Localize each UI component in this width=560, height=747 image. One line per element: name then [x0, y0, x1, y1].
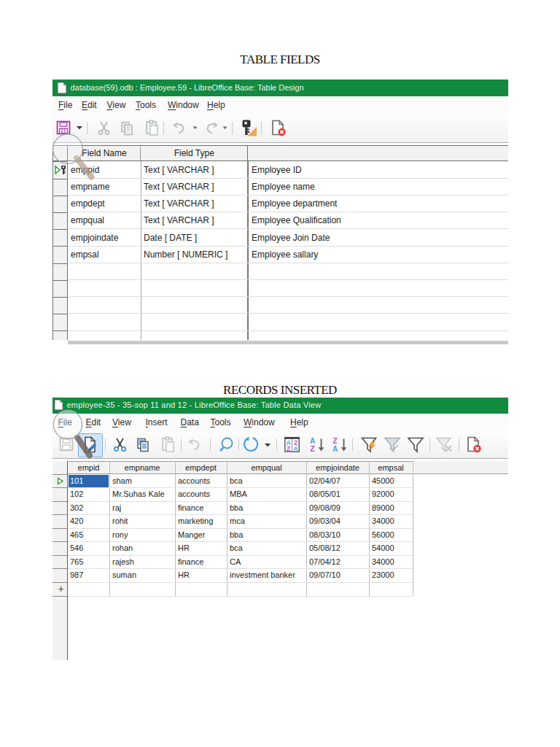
- svg-text:Z: Z: [332, 437, 337, 445]
- svg-text:A: A: [293, 445, 298, 452]
- svg-text:A: A: [309, 437, 314, 445]
- svg-text:Z: Z: [310, 445, 314, 453]
- svg-text:A: A: [332, 445, 337, 453]
- svg-text:Z: Z: [286, 445, 289, 452]
